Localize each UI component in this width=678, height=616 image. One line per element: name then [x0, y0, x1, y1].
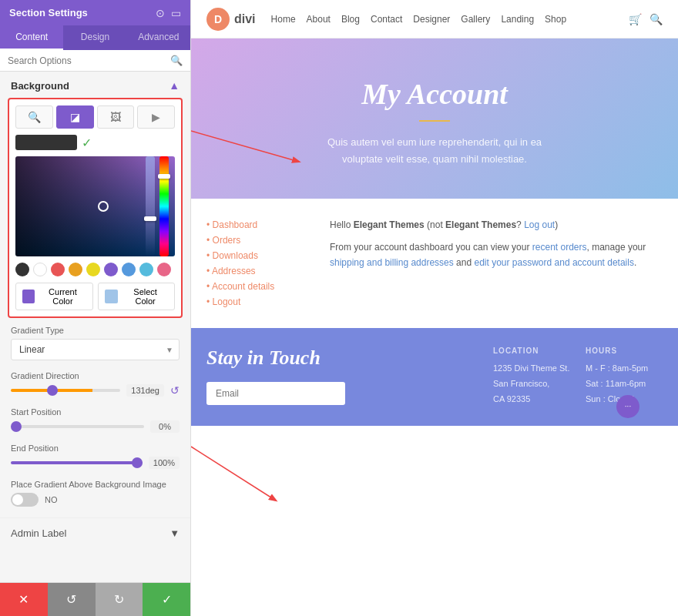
- content-text-2: (not: [425, 219, 445, 230]
- color-gradient-box[interactable]: [15, 156, 175, 256]
- gradient-type-select[interactable]: Linear Radial: [11, 339, 180, 360]
- color-type-tabs: 🔍 ◪ 🖼 ▶: [15, 105, 175, 129]
- chevron-up-icon[interactable]: ▲: [169, 79, 180, 92]
- color-tab-solid[interactable]: 🔍: [15, 105, 53, 129]
- nav-about[interactable]: About: [307, 14, 331, 25]
- swatch-purple[interactable]: [104, 263, 118, 276]
- gradient-direction-slider[interactable]: [11, 389, 120, 392]
- content-recent-orders-link[interactable]: recent orders: [532, 242, 587, 253]
- color-tab-image[interactable]: 🖼: [97, 105, 135, 129]
- chat-bubble[interactable]: ···: [616, 395, 639, 418]
- color-tab-video[interactable]: ▶: [137, 105, 175, 129]
- list-item: Orders: [206, 233, 314, 248]
- hue-handle[interactable]: [158, 174, 170, 179]
- content-end-text: .: [634, 257, 636, 268]
- panel-title: Section Settings: [9, 7, 88, 18]
- expand-icon[interactable]: ▭: [171, 7, 181, 19]
- alpha-handle[interactable]: [144, 216, 156, 221]
- content-manage-text: , manage your: [587, 242, 646, 253]
- nav-designer[interactable]: Designer: [413, 14, 450, 25]
- logo-name: divi: [234, 12, 256, 26]
- footer-email-input[interactable]: [206, 382, 345, 405]
- logo-letter: D: [214, 13, 222, 25]
- tab-design[interactable]: Design: [63, 25, 126, 50]
- footer-left: Stay in Touch: [206, 346, 478, 407]
- list-link-downloads[interactable]: Downloads: [213, 250, 258, 261]
- header-icons: ⊙ ▭: [156, 7, 181, 19]
- confirm-icon[interactable]: ✓: [82, 136, 92, 150]
- gradient-direction-reset-icon[interactable]: ↺: [170, 384, 180, 397]
- hero-title: My Account: [214, 77, 655, 111]
- swatch-dark[interactable]: [15, 263, 29, 276]
- footer-section: Stay in Touch LOCATION 1235 Divi Theme S…: [191, 328, 678, 425]
- redo-button[interactable]: ↻: [96, 583, 143, 616]
- content-para: From your account dashboard you can view…: [330, 239, 663, 271]
- gradient-type-label: Gradient Type: [11, 326, 180, 335]
- cancel-button[interactable]: ✕: [0, 583, 48, 616]
- current-color-button[interactable]: Current Color: [15, 283, 93, 310]
- select-color-swatch: [105, 290, 119, 303]
- hex-input[interactable]: #9599e2: [15, 135, 77, 150]
- end-position-value: 100%: [149, 457, 180, 469]
- nav-gallery[interactable]: Gallery: [461, 14, 490, 25]
- place-gradient-label: Place Gradient Above Background Image: [11, 480, 180, 489]
- nav-search-icon[interactable]: 🔍: [649, 13, 663, 25]
- settings-icon[interactable]: ⊙: [156, 7, 165, 19]
- hero-divider: [419, 120, 450, 122]
- settings-panel: Section Settings ⊙ ▭ Content Design Adva…: [0, 0, 191, 616]
- swatch-pink[interactable]: [157, 263, 171, 276]
- admin-label-chevron: ▼: [170, 527, 180, 539]
- end-position-slider[interactable]: [11, 461, 143, 464]
- content-and-text: and: [454, 257, 475, 268]
- end-position-row: End Position 100%: [11, 444, 180, 469]
- select-color-button[interactable]: Select Color: [98, 283, 176, 310]
- nav-shop[interactable]: Shop: [545, 14, 566, 25]
- footer-location-text: 1235 Divi Theme St. San Francisco, CA 92…: [493, 361, 570, 407]
- swatch-cyan[interactable]: [139, 263, 153, 276]
- swatch-orange[interactable]: [69, 263, 82, 276]
- nav-contact[interactable]: Contact: [371, 14, 402, 25]
- background-label: Background: [11, 80, 69, 92]
- swatch-red[interactable]: [51, 263, 65, 276]
- nav-landing[interactable]: Landing: [501, 14, 534, 25]
- start-position-slider[interactable]: [11, 425, 144, 428]
- save-button[interactable]: ✓: [143, 583, 190, 616]
- content-text-3: ?: [516, 219, 524, 230]
- hue-slider[interactable]: [159, 156, 169, 256]
- toggle-knob: [12, 494, 23, 505]
- list-link-addresses[interactable]: Addresses: [212, 266, 256, 276]
- alpha-slider[interactable]: [146, 156, 155, 256]
- hero-section: My Account Quis autem vel eum iure repre…: [191, 38, 678, 199]
- content-shipping-link[interactable]: shipping and billing addresses: [330, 257, 454, 268]
- nav-blog[interactable]: Blog: [341, 14, 360, 25]
- start-position-slider-row: 0%: [11, 420, 180, 433]
- list-link-account-details[interactable]: Account details: [212, 281, 274, 292]
- color-action-row: Current Color Select Color: [15, 283, 175, 310]
- content-hello: Hello Elegant Themes (not Elegant Themes…: [330, 217, 663, 233]
- list-item: Logout: [206, 294, 314, 310]
- tab-advanced[interactable]: Advanced: [127, 25, 190, 50]
- admin-label-row[interactable]: Admin Label ▼: [0, 517, 190, 548]
- list-item: Downloads: [206, 248, 314, 263]
- swatch-yellow[interactable]: [86, 263, 100, 276]
- cart-icon[interactable]: 🛒: [629, 13, 642, 25]
- tab-content[interactable]: Content: [0, 25, 63, 50]
- list-link-dashboard[interactable]: Dashboard: [213, 219, 258, 230]
- color-tab-gradient[interactable]: ◪: [56, 105, 94, 129]
- preview-wrapper: My Account Quis autem vel eum iure repre…: [191, 38, 678, 616]
- list-link-logout[interactable]: Logout: [213, 296, 241, 307]
- gradient-handle[interactable]: [98, 201, 109, 212]
- nav-home[interactable]: Home: [271, 14, 296, 25]
- content-right: Hello Elegant Themes (not Elegant Themes…: [330, 217, 663, 310]
- content-logout-link[interactable]: Log out: [524, 219, 555, 230]
- place-gradient-toggle[interactable]: [11, 493, 39, 507]
- search-input[interactable]: [8, 55, 170, 66]
- undo-button[interactable]: ↺: [48, 583, 96, 616]
- end-position-label: End Position: [11, 444, 180, 453]
- content-text-4: ): [555, 219, 558, 230]
- list-link-orders[interactable]: Orders: [213, 235, 241, 246]
- content-edit-link[interactable]: edit your password and account details: [474, 257, 633, 268]
- logo-circle: D: [206, 8, 230, 31]
- swatch-blue[interactable]: [122, 263, 136, 276]
- swatch-white[interactable]: [33, 263, 47, 276]
